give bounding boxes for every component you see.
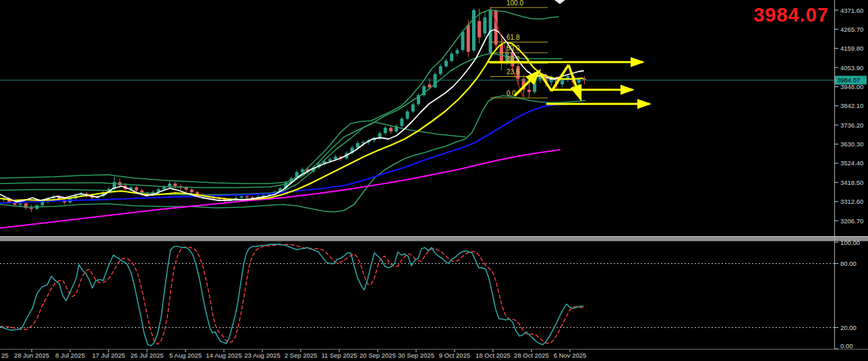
price-axis-label: 3736.20 — [840, 121, 863, 129]
trading-chart-window: 100.061.850.038.223.60.04371.604265.7041… — [0, 0, 868, 361]
chart-canvas[interactable]: 100.061.850.038.223.60.04371.604265.7041… — [0, 0, 868, 361]
candle-body — [185, 188, 188, 190]
candle-body — [478, 21, 481, 37]
candle-body — [245, 196, 249, 197]
candle-body — [40, 202, 44, 205]
panel-separator[interactable] — [0, 236, 868, 242]
date-label: 18 Oct 2025 — [475, 352, 511, 359]
oscillator-axis-label: 80.00 — [840, 260, 857, 267]
date-label: 28 Jun 2025 — [14, 352, 49, 359]
candle-body — [190, 190, 194, 192]
candle-body — [384, 128, 387, 133]
price-axis-label: 4265.70 — [840, 26, 863, 33]
candle-body — [173, 184, 177, 186]
candle-body — [494, 10, 498, 45]
price-axis-label: 4159.80 — [840, 45, 863, 52]
candle-body — [472, 10, 475, 51]
candle-body — [455, 50, 459, 53]
chart-background — [0, 0, 868, 361]
candle-body — [400, 119, 403, 126]
candle-body — [483, 18, 486, 34]
candle-body — [334, 157, 337, 159]
price-axis-label: 3842.10 — [840, 102, 863, 109]
date-label: 8 Jul 2025 — [55, 352, 85, 359]
candle-body — [527, 90, 531, 92]
candle — [533, 77, 536, 94]
fib-level-label: 23.6 — [507, 68, 520, 76]
price-axis-label: 3524.40 — [840, 159, 863, 167]
price-axis-label: 3418.50 — [840, 179, 863, 186]
date-label: 30 Sep 2025 — [398, 352, 434, 359]
candle-body — [240, 196, 243, 198]
price-tag-text: 3984.07 — [837, 76, 860, 84]
date-label: 23 Aug 2025 — [244, 352, 280, 359]
oscillator-axis-label: 20.00 — [840, 324, 857, 331]
candle-body — [500, 45, 503, 61]
date-label: 28 Oct 2025 — [514, 352, 549, 359]
candle-body — [450, 53, 453, 61]
fib-level-label: 0.0 — [507, 90, 516, 97]
candle-body — [30, 208, 33, 209]
candle-body — [411, 104, 415, 111]
candle-body — [389, 128, 393, 131]
candle-body — [406, 111, 409, 119]
price-axis-label: 3312.60 — [840, 198, 863, 205]
candle-body — [533, 80, 536, 92]
price-axis-label: 3206.70 — [840, 217, 863, 225]
date-label-partial: 25 — [1, 352, 9, 359]
date-label: 2 Sep 2025 — [285, 352, 318, 359]
current-price-tag: 3984.07 — [835, 76, 867, 84]
separator-bar — [0, 236, 868, 242]
date-label: 11 Sep 2025 — [321, 352, 357, 359]
oscillator-axis-label: 100.00 — [840, 239, 860, 246]
candle-body — [19, 204, 22, 205]
candle-body — [439, 66, 442, 74]
date-label: 20 Sep 2025 — [359, 352, 396, 359]
candle-body — [168, 184, 171, 186]
candle-body — [356, 143, 359, 148]
oscillator-axis-label: 0.00 — [840, 342, 853, 350]
date-label: 17 Jul 2025 — [92, 352, 125, 359]
date-label: 9 Oct 2025 — [439, 352, 470, 359]
date-label: 6 Nov 2025 — [554, 352, 587, 359]
date-label: 26 Jul 2025 — [130, 352, 163, 359]
fib-level-label: 100.0 — [507, 0, 523, 7]
candle-body — [444, 61, 448, 66]
candle-body — [461, 32, 465, 50]
candle-body — [467, 25, 470, 52]
fib-level-label: 50.0 — [507, 45, 520, 52]
current-price-display: 3984.07 — [753, 4, 829, 26]
date-label: 5 Aug 2025 — [169, 352, 202, 359]
date-label: 14 Aug 2025 — [206, 352, 241, 359]
candle-body — [135, 187, 138, 190]
price-axis-label: 4053.90 — [840, 64, 863, 72]
price-axis-label: 4371.60 — [840, 7, 863, 14]
candle — [472, 8, 475, 52]
price-axis-label: 3630.30 — [840, 140, 863, 148]
fib-level-label: 61.8 — [507, 34, 520, 41]
